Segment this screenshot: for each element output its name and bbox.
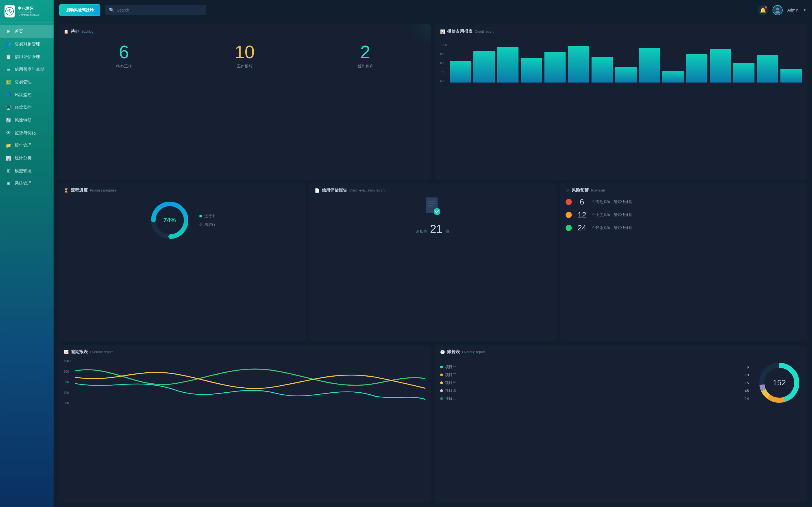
process-title: ⏳ 流程进度 Process progress	[64, 187, 300, 193]
aging-legend: 项目一 6 项目二 10 项目三 15 项目四	[440, 364, 751, 401]
sidebar-label-home: 首页	[15, 29, 23, 34]
aging-title: 🕐 账龄表 Overdue report	[440, 349, 802, 355]
aging-icon: 🕐	[440, 350, 445, 354]
aging-total: 152	[773, 378, 786, 387]
credit-report-title: 📊 授信占用报表 Credit report	[440, 29, 802, 34]
aging-item-3: 项目四 45	[440, 388, 751, 393]
legend-dot-0	[199, 215, 202, 217]
bar-1	[473, 51, 495, 82]
backlog-title: 📋 待办 Backlog	[64, 29, 425, 34]
process-donut: 74%	[149, 199, 191, 241]
legend-item-0: 进行中	[199, 214, 215, 219]
bar-11	[710, 49, 731, 82]
home-icon: ⊞	[6, 29, 11, 34]
sidebar-item-stats[interactable]: 📊 统计分析	[0, 152, 54, 165]
svg-rect-9	[428, 203, 436, 204]
sidebar-label-report-mgmt: 报告管理	[15, 143, 32, 148]
overdue-y-axis: 1000 900 800 700 600	[64, 358, 73, 406]
sidebar-item-account[interactable]: 🖥️ 账款监控	[0, 101, 54, 114]
sidebar-item-supervise[interactable]: 👁 监督与优化	[0, 126, 54, 139]
aging-content: 项目一 6 项目二 10 项目三 15 项目四	[440, 358, 802, 405]
legend-item-1: 未进行	[199, 222, 215, 227]
svg-rect-10	[428, 205, 434, 207]
backlog-number-1: 10	[185, 43, 305, 61]
sidebar-item-trading[interactable]: 👥 交易对象管理	[0, 38, 54, 50]
search-box: 🔍	[105, 5, 206, 15]
report-mgmt-icon: 📁	[6, 143, 11, 148]
sidebar-label-risk-monitor: 风险监控	[15, 92, 32, 98]
backlog-label-0: 待办工作	[64, 64, 184, 69]
sidebar-item-report-mgmt[interactable]: 📁 报告管理	[0, 139, 54, 152]
aging-item-2: 项目三 15	[440, 380, 751, 385]
sidebar-item-risk-transfer[interactable]: 🔄 风险转移	[0, 114, 54, 126]
sidebar-label-stats: 统计分析	[15, 156, 32, 161]
bar-2	[497, 47, 518, 82]
logo-sub: SINOCHEM INTERNATIONAL	[18, 11, 49, 17]
risk-alert-icon: 🛡	[566, 188, 569, 193]
backlog-number-2: 2	[305, 43, 425, 61]
legend-dot-1	[199, 223, 202, 226]
sidebar-item-model[interactable]: ⊞ 模型管理	[0, 165, 54, 177]
aging-donut: 152	[757, 360, 802, 405]
trade-mgmt-icon: 💹	[6, 79, 11, 85]
sidebar-item-home[interactable]: ⊞ 首页	[0, 25, 54, 38]
credit-eval-card: 📄 信用评估报告 Credit evaluation report	[309, 183, 557, 341]
launch-button[interactable]: 启动风险驾驶舱	[59, 4, 100, 16]
process-progress-card: ⏳ 流程进度 Process progress	[58, 183, 306, 341]
sidebar-label-credit: 信用评估管理	[15, 54, 40, 59]
aging-item-4: 项目五 14	[440, 396, 751, 401]
account-icon: 🖥️	[6, 105, 11, 110]
sidebar: 中化国际 SINOCHEM INTERNATIONAL ⊞ 首页 👥 交易对象管…	[0, 0, 54, 507]
credit-report-icon: 📊	[440, 29, 445, 34]
bar-10	[686, 54, 707, 82]
svg-point-3	[775, 11, 780, 13]
stats-icon: 📊	[6, 156, 11, 161]
middle-row: ⏳ 流程进度 Process progress	[58, 183, 808, 341]
supervise-icon: 👁	[6, 130, 11, 135]
credit-eval-count: 21	[430, 223, 443, 235]
backlog-stat-2: 2 我的客户	[305, 43, 425, 69]
svg-point-11	[434, 208, 441, 215]
risk-dot-2	[566, 225, 572, 231]
sidebar-label-account: 账款监控	[15, 105, 32, 110]
header: 启动风险驾驶舱 🔍 🔔 Admin ▼	[54, 0, 812, 20]
aging-dot-1	[440, 374, 443, 376]
svg-rect-8	[428, 201, 436, 202]
main: 启动风险驾驶舱 🔍 🔔 Admin ▼ 📋 待办 Backlog	[54, 0, 812, 507]
sidebar-item-credit[interactable]: 📋 信用评估管理	[0, 50, 54, 63]
sidebar-nav: ⊞ 首页 👥 交易对象管理 📋 信用评估管理 ☰ 信用额度与账期 💹 交易管理 …	[0, 23, 54, 507]
bar-6	[592, 57, 613, 82]
svg-point-2	[776, 8, 779, 10]
dropdown-icon[interactable]: ▼	[803, 8, 806, 12]
bar-4	[545, 52, 566, 82]
risk-item-2: 24 个轻微风险，请尽快处理	[566, 223, 802, 232]
sidebar-label-model: 模型管理	[15, 168, 32, 173]
credit-report-card: 📊 授信占用报表 Credit report 1000 900 800 700 …	[435, 24, 808, 180]
sidebar-item-trade-mgmt[interactable]: 💹 交易管理	[0, 76, 54, 89]
sidebar-item-risk-monitor[interactable]: 🔵 风险监控	[0, 89, 54, 101]
risk-dot-1	[566, 212, 572, 218]
backlog-stat-1: 10 工作提醒	[185, 43, 305, 69]
search-input[interactable]	[117, 8, 202, 12]
bar-8	[639, 48, 660, 82]
bar-chart: 1000 900 800 700 600	[440, 38, 802, 82]
bar-9	[662, 71, 684, 82]
credit-eval-title: 📄 信用评估报告 Credit evaluation report	[315, 187, 551, 193]
sidebar-label-trade-mgmt: 交易管理	[15, 79, 32, 85]
logo: 中化国际 SINOCHEM INTERNATIONAL	[0, 0, 54, 23]
risk-item-0: 6 个高危风险，请尽快处理	[566, 198, 802, 207]
credit-limit-icon: ☰	[6, 67, 11, 72]
sidebar-item-system[interactable]: ⚙ 系统管理	[0, 177, 54, 190]
bar-0	[450, 61, 471, 82]
admin-label[interactable]: Admin	[787, 8, 799, 12]
risk-transfer-icon: 🔄	[6, 117, 11, 123]
sidebar-item-credit-limit[interactable]: ☰ 信用额度与账期	[0, 63, 54, 76]
aging-item-0: 项目一 6	[440, 364, 751, 370]
notification-button[interactable]: 🔔	[758, 5, 768, 15]
credit-eval-unit: 份	[446, 229, 449, 234]
credit-icon: 📋	[6, 54, 11, 59]
risk-item-1: 12 个中度风险，请尽快处理	[566, 210, 802, 219]
sidebar-label-credit-limit: 信用额度与账期	[15, 67, 44, 72]
risk-alert-title: 🛡 风险预警 Risk-alert	[566, 187, 802, 193]
donut-container: 74% 进行中 未进行	[64, 196, 300, 244]
